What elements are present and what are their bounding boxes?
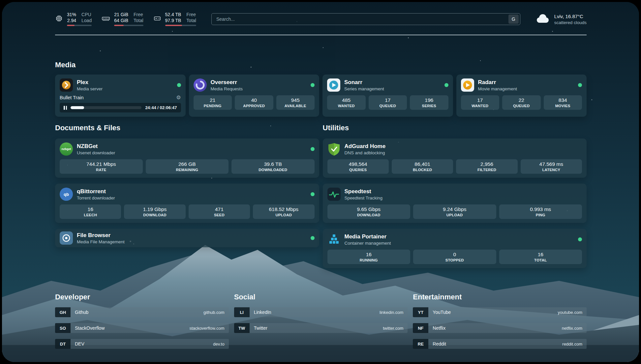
ram-total-label: Total xyxy=(134,18,143,23)
now-playing-title: Bullet Train xyxy=(60,95,84,100)
qbittorrent-subtitle: Torrent downloader xyxy=(77,196,115,200)
overseerr-card[interactable]: Overseerr Media Requests 21 PENDING 40 A… xyxy=(189,75,320,117)
bookmarks-section: Developer GH Github github.com SO StackO… xyxy=(55,292,587,362)
stat-remaining: 266 GB REMAINING xyxy=(146,159,229,174)
portainer-subtitle: Container management xyxy=(345,241,391,246)
stat-queries: 498,564 QUERIES xyxy=(327,159,389,174)
stat-downloaded: 39.6 TB DOWNLOADED xyxy=(231,159,315,174)
speedtest-title: Speedtest xyxy=(345,188,383,195)
bookmark-abbr-badge: YT xyxy=(413,307,428,317)
status-dot xyxy=(311,83,315,87)
playback-time: 24:44 / 02:06:47 xyxy=(145,105,177,110)
bookmarks-entertainment: Entertainment YT YouTube youtube.com NF … xyxy=(413,292,587,355)
status-dot xyxy=(444,83,448,87)
status-dot xyxy=(177,83,181,87)
stat-seed: 471 SEED xyxy=(189,204,250,219)
stat-approved: 40 APPROVED xyxy=(235,95,273,110)
bookmark-stackoverflow[interactable]: SO StackOverflow stackoverflow.com xyxy=(55,323,229,333)
stat-download: 9.65 Gbps DOWNLOAD xyxy=(327,204,411,219)
bookmark-abbr-badge: SO xyxy=(55,323,71,333)
nzbget-card[interactable]: nzbget NZBGet Usenet downloader 744.21 M… xyxy=(55,138,319,178)
pause-button[interactable] xyxy=(64,106,67,110)
stat-running: 16 RUNNING xyxy=(327,250,411,264)
bookmark-youtube[interactable]: YT YouTube youtube.com xyxy=(413,307,587,317)
ram-free-value: 21 GiB xyxy=(114,12,128,17)
adguard-icon xyxy=(327,142,341,156)
stat-filtered: 2,956 FILTERED xyxy=(456,159,517,174)
bookmark-abbr-badge: RE xyxy=(413,339,428,349)
utilities-column: Utilities AdGuard Home DNS and xyxy=(323,123,587,274)
media-grid: Plex Media server Bullet Train ⚙ 24:44 /… xyxy=(55,75,587,117)
plex-subtitle: Media server xyxy=(77,86,103,91)
stat-movies: 834 MOVIES xyxy=(544,95,582,110)
cloud-icon xyxy=(535,13,550,25)
search-input[interactable] xyxy=(216,16,508,22)
plex-card[interactable]: Plex Media server Bullet Train ⚙ 24:44 /… xyxy=(55,75,186,117)
bookmark-abbr-badge: GH xyxy=(55,307,71,317)
status-dot xyxy=(311,236,315,240)
radarr-card[interactable]: Radarr Movie management 17 WANTED 22 QUE… xyxy=(456,75,587,117)
ram-total-value: 64 GiB xyxy=(114,18,128,23)
svg-text:qb: qb xyxy=(64,192,69,197)
overseerr-subtitle: Media Requests xyxy=(211,86,243,91)
portainer-card[interactable]: Media Portainer Container management 16 … xyxy=(323,229,587,268)
disk-metric: 52.4 TB 97.9 TB Free Total xyxy=(153,12,196,26)
filebrowser-card[interactable]: File Browser Media File Management xyxy=(55,229,319,247)
overseerr-title: Overseerr xyxy=(211,79,243,85)
sonarr-card[interactable]: Sonarr Series management 485 WANTED 17 Q… xyxy=(322,75,453,117)
stat-series: 196 SERIES xyxy=(410,95,448,110)
speedtest-icon xyxy=(327,188,341,201)
disk-total-value: 97.9 TB xyxy=(165,18,181,23)
bookmark-dev[interactable]: DT DEV dev.to xyxy=(55,339,229,349)
bookmark-abbr-badge: TW xyxy=(234,323,250,333)
cpu-metric: 31% 2.94 CPU Load xyxy=(55,12,92,26)
gear-icon[interactable]: ⚙ xyxy=(176,95,181,100)
cpu-load-label: Load xyxy=(81,18,92,23)
nzbget-subtitle: Usenet downloader xyxy=(77,150,115,155)
radarr-title: Radarr xyxy=(478,79,517,85)
speedtest-card[interactable]: Speedtest Speedtest Tracking 9.65 Gbps D… xyxy=(323,184,587,223)
section-heading-developer: Developer xyxy=(55,292,229,302)
dashboard-content: 31% 2.94 CPU Load xyxy=(2,2,639,362)
qbittorrent-icon: qb xyxy=(60,188,73,201)
section-heading-media: Media xyxy=(55,60,587,70)
bookmark-abbr-badge: DT xyxy=(55,339,71,349)
radarr-icon xyxy=(461,78,474,92)
bookmarks-developer: Developer GH Github github.com SO StackO… xyxy=(55,292,229,355)
middle-columns: Documents & Files nzbget NZBGet xyxy=(55,123,587,274)
section-heading-documents: Documents & Files xyxy=(55,123,319,133)
bookmark-github[interactable]: GH Github github.com xyxy=(55,307,229,317)
bookmarks-social: Social LI LinkedIn linkedin.com TW Twitt… xyxy=(234,292,408,355)
cpu-usage-bar xyxy=(67,25,92,26)
qbittorrent-card[interactable]: qb qBittorrent Torrent downloader 16 LEE… xyxy=(55,184,319,223)
section-heading-utilities: Utilities xyxy=(323,123,587,133)
dashboard-window: 31% 2.94 CPU Load xyxy=(2,2,639,362)
bookmark-netflix[interactable]: NF Netflix netflix.com xyxy=(413,323,587,333)
bookmark-reddit[interactable]: RE Reddit reddit.com xyxy=(413,339,587,349)
disk-free-label: Free xyxy=(186,12,196,17)
stat-total: 16 TOTAL xyxy=(499,250,582,264)
adguard-card[interactable]: AdGuard Home DNS and adblocking 498,564 … xyxy=(323,138,587,178)
search-engine-button[interactable]: G xyxy=(508,15,519,24)
radarr-subtitle: Movie management xyxy=(478,86,517,91)
section-heading-entertainment: Entertainment xyxy=(413,292,587,302)
sonarr-title: Sonarr xyxy=(344,79,384,85)
stat-upload: 618.52 Mbps UPLOAD xyxy=(253,204,314,219)
disk-usage-bar xyxy=(165,25,196,26)
sonarr-subtitle: Series management xyxy=(344,86,384,91)
status-dot xyxy=(311,192,315,196)
stat-upload: 9.24 Gbps UPLOAD xyxy=(413,204,496,219)
nzbget-icon: nzbget xyxy=(60,142,73,156)
stat-latency: 47.569 ms LATENCY xyxy=(521,159,582,174)
ram-free-label: Free xyxy=(134,12,143,17)
bookmark-abbr-badge: LI xyxy=(234,307,250,317)
bookmark-twitter[interactable]: TW Twitter twitter.com xyxy=(234,323,408,333)
ram-icon xyxy=(102,15,110,24)
plex-icon xyxy=(60,78,73,92)
playback-progress-bar[interactable] xyxy=(71,106,141,109)
ram-metric: 21 GiB 64 GiB Free Total xyxy=(102,12,143,26)
filebrowser-icon xyxy=(60,231,73,245)
bookmark-linkedin[interactable]: LI LinkedIn linkedin.com xyxy=(234,307,408,317)
sonarr-icon xyxy=(327,78,340,92)
stat-wanted: 17 WANTED xyxy=(461,95,500,110)
